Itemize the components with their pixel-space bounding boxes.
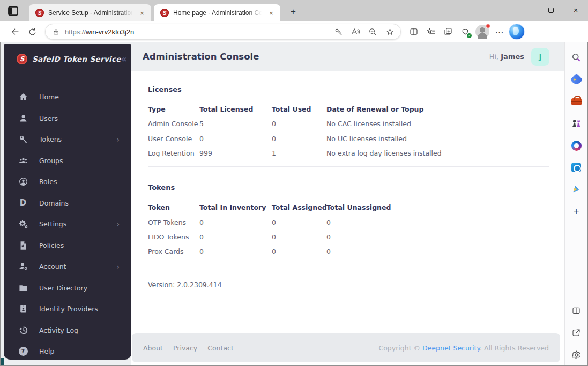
tab-home-page[interactable]: S Home page - Administration Console × [154,4,280,21]
sidebar-item-domains[interactable]: D Domains [4,193,131,214]
table-cell: 0 [199,215,272,229]
drop-paper-plane-icon [573,185,580,193]
domains-icon: D [18,198,28,208]
key-icon [18,135,28,144]
sidebar-item-identity-providers[interactable]: Identity Providers [4,298,131,320]
footer-link-privacy[interactable]: Privacy [173,344,197,352]
user-avatar[interactable]: J [531,48,549,66]
sidebar-item-policies[interactable]: Policies [4,235,131,257]
sidebar-item-help[interactable]: ? Help [4,341,131,362]
chevron-right-icon: › [116,262,120,271]
table-cell: 0 [326,215,549,229]
close-button[interactable]: × [563,0,588,20]
footer-link-contact[interactable]: Contact [207,344,234,352]
collections-button[interactable] [440,24,457,40]
minimize-button[interactable]: – [514,0,539,20]
table-cell: 999 [199,146,272,160]
browser-window: S Service Setup - Administration Console… [0,0,588,366]
tab-title: Service Setup - Administration Console [48,9,135,17]
page-viewport: + S SafeID Token Service « [1,42,587,365]
search-rail-button[interactable] [570,51,583,64]
outlook-icon [571,163,581,172]
user-icon [18,113,28,123]
refresh-icon [28,27,37,36]
footer-link-about[interactable]: About [143,344,163,352]
tab-title: Home page - Administration Console [173,9,264,17]
add-rail-button[interactable]: + [570,205,583,218]
rail-settings-button[interactable] [570,348,583,361]
sidebar-panel-icon [571,306,581,316]
gear-icon [571,350,582,360]
column-header: Token [148,200,199,215]
sidebar-item-home[interactable]: Home [4,86,131,108]
copilot-button[interactable] [508,24,525,40]
zoom-out-icon [368,27,377,36]
deepnet-security-link[interactable]: Deepnet Security [422,344,480,352]
sidebar-item-groups[interactable]: Groups [4,150,131,172]
m365-rail-button[interactable] [570,139,583,152]
tab-service-setup[interactable]: S Service Setup - Administration Console… [29,4,151,21]
url-text[interactable]: https://win-vrv2kfo3j2n [65,28,330,36]
notification-dot-icon [486,24,490,28]
browser-essentials-button[interactable]: ✓ [457,24,474,40]
read-aloud-button[interactable] [347,24,364,40]
tools-rail-button[interactable] [570,95,583,108]
help-icon: ? [18,347,28,356]
safeid-logo-icon: S [17,54,27,64]
brand-name: SafeID Token Service [32,55,121,63]
favorites-list-button[interactable] [422,24,440,40]
sidebar-item-tokens[interactable]: Tokens › [4,129,131,150]
sidebar-panel-button[interactable] [570,304,583,317]
tokens-heading: Tokens [148,184,549,192]
table-cell: User Console [148,131,199,146]
games-rail-button[interactable] [570,117,583,130]
sidebar-item-roles[interactable]: Roles [4,171,131,193]
folder-icon [18,283,28,292]
open-external-button[interactable] [570,326,583,339]
sidebar-collapse-icon[interactable]: « [121,54,127,64]
settings-more-button[interactable]: ⋯ [491,24,508,40]
sidebar-item-user-directory[interactable]: User Directory [4,277,131,299]
document-icon [18,240,28,250]
address-bar[interactable]: https://win-vrv2kfo3j2n [45,24,401,40]
ellipsis-icon: ⋯ [495,27,504,37]
column-header: Total Licensed [199,102,272,116]
page-title: Administration Console [143,52,259,62]
column-header: Total Unassigned [326,200,549,215]
table-cell: OTP Tokens [148,215,199,229]
outlook-rail-button[interactable] [570,161,583,174]
zoom-out-button[interactable] [364,24,381,40]
tab-actions-menu-icon[interactable] [7,5,19,16]
table-cell: 5 [199,116,272,131]
favorite-button[interactable] [381,24,398,40]
refresh-button[interactable] [24,24,41,40]
new-tab-button[interactable]: + [286,6,300,18]
column-header: Total Used [272,102,326,116]
browser-toolbar: https://win-vrv2kfo3j2n ✓ [0,21,588,42]
maximize-icon [548,8,554,13]
shopping-rail-button[interactable] [570,73,583,86]
password-button[interactable] [330,24,347,40]
sidebar-item-settings[interactable]: Settings › [4,214,131,235]
sidebar-item-account[interactable]: Account › [4,256,131,277]
table-cell: 0 [199,230,272,244]
tab-close-icon[interactable]: × [266,8,276,18]
profile-button[interactable] [474,24,491,40]
tab-divider [25,6,25,16]
tokens-section: Tokens Token Total In Inventory Total As… [148,184,549,265]
microsoft365-icon [571,141,582,151]
tab-close-icon[interactable]: × [137,8,147,18]
table-cell: 0 [272,131,326,146]
maximize-button[interactable] [539,0,563,20]
plus-icon: + [573,206,579,217]
table-cell: 1 [272,146,326,160]
sidebar-item-activity-log[interactable]: Activity Log [4,320,131,341]
lock-icon [52,28,60,36]
split-screen-button[interactable] [405,24,422,40]
sidebar-nav: Home Users Tokens › Groups Roles [4,86,131,362]
drop-rail-button[interactable] [570,183,583,196]
table-cell: 0 [199,244,272,259]
sidebar-item-users[interactable]: Users [4,108,131,129]
shopping-tag-icon [570,73,583,86]
back-button[interactable] [6,24,24,40]
